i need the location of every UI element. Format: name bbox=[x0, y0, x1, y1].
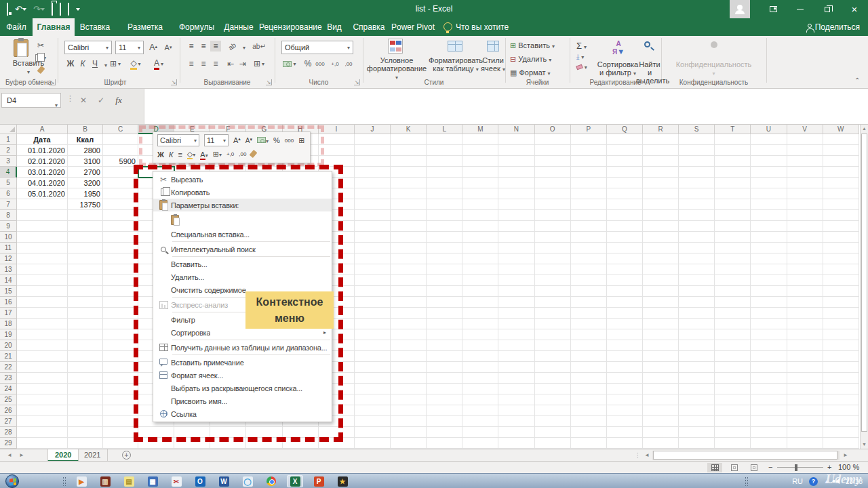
cell-L5[interactable] bbox=[427, 178, 462, 188]
mini-borders-icon[interactable]: ≡ bbox=[178, 150, 182, 159]
row-header-28[interactable]: 28 bbox=[0, 427, 17, 438]
cell-K27[interactable] bbox=[391, 416, 427, 427]
cell-C24[interactable] bbox=[103, 384, 138, 394]
cell-C6[interactable] bbox=[103, 188, 138, 199]
cell-K17[interactable] bbox=[391, 308, 427, 319]
excel-icon[interactable]: X bbox=[287, 475, 303, 487]
cell-S16[interactable] bbox=[679, 297, 715, 308]
cell-M9[interactable] bbox=[462, 221, 498, 232]
row-header-12[interactable]: 12 bbox=[0, 253, 17, 264]
cell-S11[interactable] bbox=[679, 243, 715, 253]
cell-L22[interactable] bbox=[427, 362, 462, 373]
cell-Q17[interactable] bbox=[607, 308, 643, 319]
cell-V21[interactable] bbox=[787, 351, 823, 362]
cell-N8[interactable] bbox=[498, 210, 534, 221]
cell-L28[interactable] bbox=[427, 427, 462, 438]
cell-O24[interactable] bbox=[535, 384, 571, 394]
row-header-2[interactable]: 2 bbox=[0, 145, 17, 156]
col-header-R[interactable]: R bbox=[643, 125, 679, 134]
cell-W22[interactable] bbox=[823, 362, 859, 373]
col-header-I[interactable]: I bbox=[319, 125, 355, 134]
mini-comma-icon[interactable]: 000 bbox=[285, 138, 294, 144]
cell-P18[interactable] bbox=[571, 319, 607, 329]
cell-A5[interactable]: 04.01.2020 bbox=[17, 178, 68, 188]
cell-K10[interactable] bbox=[391, 232, 427, 243]
cell-M25[interactable] bbox=[462, 394, 498, 405]
orientation-icon[interactable]: ab bbox=[224, 39, 239, 54]
sticky-notes-icon[interactable]: ▤ bbox=[121, 475, 137, 487]
cell-N29[interactable] bbox=[498, 438, 534, 449]
menu-item-4[interactable]: Специальная вставка... bbox=[153, 228, 332, 241]
cell-R9[interactable] bbox=[643, 221, 679, 232]
cell-T4[interactable] bbox=[715, 167, 751, 178]
cell-F29[interactable] bbox=[210, 438, 246, 449]
cell-V2[interactable] bbox=[787, 145, 823, 156]
cell-C11[interactable] bbox=[103, 243, 138, 253]
cell-J13[interactable] bbox=[355, 264, 391, 275]
cell-P29[interactable] bbox=[571, 438, 607, 449]
cell-J8[interactable] bbox=[355, 210, 391, 221]
autosum-icon[interactable]: Σ ▾ bbox=[576, 41, 587, 51]
cell-A8[interactable] bbox=[17, 210, 68, 221]
cell-A19[interactable] bbox=[17, 329, 68, 340]
clear-icon[interactable]: ▾ bbox=[576, 63, 587, 70]
cell-N27[interactable] bbox=[498, 416, 534, 427]
cell-P25[interactable] bbox=[571, 394, 607, 405]
cell-P5[interactable] bbox=[571, 178, 607, 188]
cell-M13[interactable] bbox=[462, 264, 498, 275]
cell-L20[interactable] bbox=[427, 340, 462, 351]
row-header-27[interactable]: 27 bbox=[0, 416, 17, 427]
cell-O1[interactable] bbox=[535, 134, 571, 145]
mini-increase-decimal-icon[interactable]: +,0 bbox=[226, 151, 234, 157]
cell-S2[interactable] bbox=[679, 145, 715, 156]
cell-C5[interactable] bbox=[103, 178, 138, 188]
cell-L25[interactable] bbox=[427, 394, 462, 405]
cell-O23[interactable] bbox=[535, 373, 571, 384]
cell-C3[interactable]: 5900 bbox=[103, 156, 138, 167]
cell-N22[interactable] bbox=[498, 362, 534, 373]
cell-E28[interactable] bbox=[174, 427, 210, 438]
cell-U8[interactable] bbox=[751, 210, 787, 221]
cell-T17[interactable] bbox=[715, 308, 751, 319]
cell-N1[interactable] bbox=[498, 134, 534, 145]
cell-U14[interactable] bbox=[751, 275, 787, 286]
cell-J25[interactable] bbox=[355, 394, 391, 405]
mini-merge-icon[interactable]: ⊞ bbox=[298, 136, 304, 145]
scroll-down-icon[interactable]: ▼ bbox=[861, 441, 868, 449]
cell-K12[interactable] bbox=[391, 253, 427, 264]
cell-B29[interactable] bbox=[68, 438, 103, 449]
cell-R8[interactable] bbox=[643, 210, 679, 221]
cell-N28[interactable] bbox=[498, 427, 534, 438]
cell-W21[interactable] bbox=[823, 351, 859, 362]
cell-T6[interactable] bbox=[715, 188, 751, 199]
borders-icon[interactable]: ⊞▾ bbox=[110, 58, 121, 69]
cell-M26[interactable] bbox=[462, 405, 498, 416]
cell-T13[interactable] bbox=[715, 264, 751, 275]
cell-K3[interactable] bbox=[391, 156, 427, 167]
cell-J5[interactable] bbox=[355, 178, 391, 188]
cell-N10[interactable] bbox=[498, 232, 534, 243]
cell-W10[interactable] bbox=[823, 232, 859, 243]
cell-C17[interactable] bbox=[103, 308, 138, 319]
cell-A18[interactable] bbox=[17, 319, 68, 329]
cell-S4[interactable] bbox=[679, 167, 715, 178]
cell-O5[interactable] bbox=[535, 178, 571, 188]
normal-view-icon[interactable] bbox=[707, 463, 722, 472]
cell-V16[interactable] bbox=[787, 297, 823, 308]
cell-Q16[interactable] bbox=[607, 297, 643, 308]
merge-center-icon[interactable]: ⊞▾ bbox=[254, 58, 264, 69]
sheet-nav-left-icon[interactable]: ◄ bbox=[7, 449, 12, 462]
cell-R5[interactable] bbox=[643, 178, 679, 188]
cell-L14[interactable] bbox=[427, 275, 462, 286]
cell-Q15[interactable] bbox=[607, 286, 643, 297]
col-header-Q[interactable]: Q bbox=[607, 125, 643, 134]
cell-B1[interactable]: Ккал bbox=[68, 134, 103, 145]
mini-border-grid-icon[interactable]: ⊞▾ bbox=[213, 150, 222, 159]
cell-J12[interactable] bbox=[355, 253, 391, 264]
row-header-29[interactable]: 29 bbox=[0, 438, 17, 449]
cell-R6[interactable] bbox=[643, 188, 679, 199]
cell-C18[interactable] bbox=[103, 319, 138, 329]
cell-A2[interactable]: 01.01.2020 bbox=[17, 145, 68, 156]
cell-V24[interactable] bbox=[787, 384, 823, 394]
cell-Q28[interactable] bbox=[607, 427, 643, 438]
